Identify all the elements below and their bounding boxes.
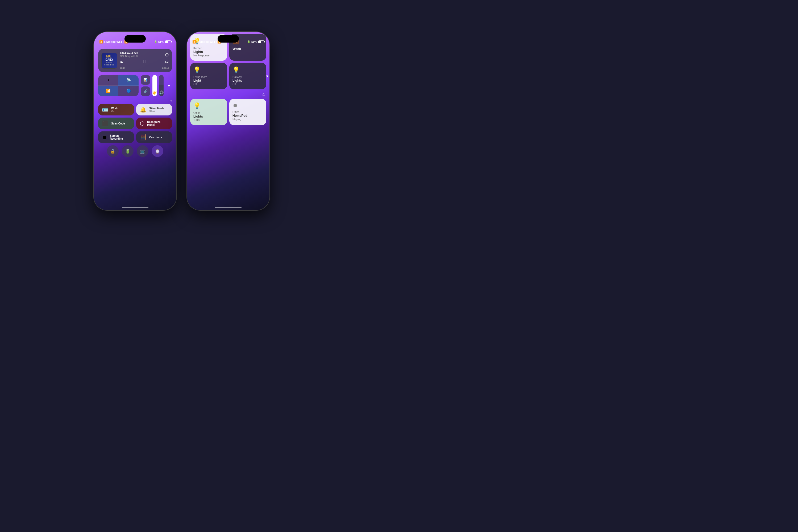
now-playing-card[interactable]: NFL: DAILY GREGG ROSENTHAL 2024 Week 5 P… (98, 49, 172, 72)
np-artist: NFL Daily with G (120, 55, 165, 57)
network-grid: ✈ 📡 📶 🔵 (98, 75, 138, 96)
signal-carrier-1: 📶 T-Mobile Wi-Fi 📶 (99, 40, 128, 44)
lock-rotation-button[interactable]: 🔒 (107, 145, 119, 157)
office-lights-tile[interactable]: 💡 Office Lights 100% (190, 99, 227, 125)
silent-mode-icon: 🔔 (140, 107, 147, 113)
play-pause-button[interactable]: ⏸ (142, 59, 147, 65)
charge-icon-2: 🔋 (247, 40, 250, 43)
carrier-text-1: T-Mobile Wi-Fi (104, 40, 124, 43)
screen-recording-button[interactable]: ⏺ Screen Recording (98, 131, 134, 143)
battery-area-1: 🔋 51% (154, 40, 171, 43)
np-title: 2024 Week 5 P (120, 52, 165, 55)
dynamic-island-1 (125, 35, 146, 42)
np-controls: ⏮ ⏸ ⏭ (120, 59, 169, 65)
calculator-label: Calculator (149, 136, 162, 139)
volume-icon: 🔊 (159, 91, 164, 95)
home-app-icon[interactable]: ⌂ (169, 98, 172, 103)
carrier-text-2: T-Mobile Wi-Fi (197, 40, 216, 43)
hallway-lights-status: Off (232, 83, 263, 86)
heart-icon: ♥ (168, 83, 170, 88)
phone-2-screen: 📶 T-Mobile Wi-Fi 📶 🔋 51% (187, 32, 269, 210)
hotspot-button[interactable]: 📡 (118, 75, 138, 86)
wifi-toggle-icon: 📶 (106, 89, 110, 93)
skip-back-button[interactable]: ⏮ (120, 60, 124, 64)
work-icon: 🪪 (102, 107, 109, 113)
scan-icon: ⬛ (102, 120, 109, 127)
shazam-icon: ⬡ (140, 120, 145, 127)
sliders-row: ☀️ 🔊 (152, 75, 164, 96)
hk-home-icon[interactable]: ⌂ (262, 92, 265, 97)
current-time: 33:17 (120, 67, 125, 69)
action-row-2: ⬛ Scan Code ⬡ Recognize Music (98, 118, 172, 129)
battery-icon: 🔋 (125, 149, 130, 154)
office-room-label-homepod: Office (232, 111, 263, 114)
screen-rec-label: Screen Recording (110, 134, 130, 140)
battery-bar-1 (165, 40, 171, 43)
airplane-icon: ✈ (107, 78, 110, 82)
bluetooth-button[interactable]: 🔵 (118, 86, 138, 96)
volume-slider[interactable]: 🔊 (159, 75, 164, 96)
focus-icon: 📊 (144, 78, 147, 82)
phone-1: 📶 T-Mobile Wi-Fi 📶 🔋 51% NFL: DAILY (94, 32, 176, 210)
living-room-tile[interactable]: 💡 Living room Light Off (190, 63, 227, 89)
airplane-mode-button[interactable]: ✈ (98, 75, 118, 86)
kitchen-lights-name: Lights (193, 50, 224, 54)
focus-button[interactable]: 📊 (141, 75, 150, 85)
watch-icon: ⌚ (155, 149, 160, 154)
office-lights-name: Lights (193, 115, 224, 118)
scan-label: Scan Code (111, 122, 125, 125)
recognize-music-button[interactable]: ⬡ Recognize Music (136, 118, 172, 129)
silent-mode-button[interactable]: 🔔 Silent Mode Silent (136, 104, 172, 115)
remote-icon: 📺 (140, 149, 145, 154)
office-room-label-lights: Office (193, 111, 224, 114)
mute-button[interactable]: 🔗 (141, 87, 150, 96)
remote-button[interactable]: 📺 (137, 145, 148, 157)
calculator-text: Calculator (149, 136, 162, 139)
homepod-icon: ⏺ (232, 102, 263, 109)
calculator-icon: 🧮 (140, 134, 147, 140)
np-times: 33:17 -1:20:19 (120, 67, 169, 69)
office-homepod-tile[interactable]: ⏺ Office HomePod Playing (229, 99, 266, 125)
hk-favorite-button[interactable]: ♥ (266, 74, 268, 78)
battery-bar-2 (258, 40, 264, 43)
hallway-lights-tile[interactable]: 💡 Hallway Lights Off (229, 63, 266, 89)
signal-bars-1: 📶 (99, 40, 103, 44)
skip-forward-button[interactable]: ⏭ (165, 60, 169, 64)
airplay-button[interactable]: ⊙ (165, 52, 169, 58)
home-row-1: ⌂ (98, 98, 172, 103)
watch-button[interactable]: ⌚ (152, 145, 163, 157)
phone-1-content: NFL: DAILY GREGG ROSENTHAL 2024 Week 5 P… (94, 46, 176, 210)
action-row-3: ⏺ Screen Recording 🧮 Calculator (98, 131, 172, 143)
silent-label: Silent Mode (149, 107, 164, 110)
signal-carrier-2: 📶 T-Mobile Wi-Fi 📶 (192, 40, 221, 44)
favorite-button[interactable]: ♥ (166, 75, 172, 96)
calculator-button[interactable]: 🧮 Calculator (136, 131, 172, 143)
progress-bar[interactable] (120, 66, 169, 66)
hk-row-3: 💡 Office Lights 100% ⏺ Office HomePod Pl… (190, 99, 266, 125)
battery-text-2: 51% (251, 40, 257, 43)
bottom-icons-row: 🔒 🔋 📺 ⌚ (98, 145, 172, 157)
charge-icon-1: 🔋 (154, 40, 157, 43)
hk-row-2: 💡 Living room Light Off 💡 Hallway Lights… (190, 63, 266, 89)
office-light-icon: 💡 (193, 102, 224, 109)
battery-text-1: 51% (158, 40, 164, 43)
low-power-button[interactable]: 🔋 (122, 145, 134, 157)
wifi-button[interactable]: 📶 (98, 86, 118, 96)
hallway-room-label: Hallway (232, 76, 263, 78)
scan-text: Scan Code (111, 122, 125, 125)
mute-icon: 🔗 (144, 89, 148, 93)
brightness-icon: ☀️ (152, 91, 157, 95)
office-homepod-status: Playing (232, 118, 263, 121)
screen-rec-icon: ⏺ (102, 134, 107, 140)
screen-rec-text: Screen Recording (110, 134, 130, 140)
phone-1-screen: 📶 T-Mobile Wi-Fi 📶 🔋 51% NFL: DAILY (94, 32, 176, 210)
work-text: Work On (111, 107, 118, 113)
hallway-light-icon: 💡 (232, 66, 263, 73)
album-subtext: GREGG ROSENTHAL (103, 62, 116, 66)
kitchen-lights-status: No Response (193, 54, 224, 57)
lock-rotation-icon: 🔒 (110, 149, 115, 154)
work-button[interactable]: 🪪 Work On (98, 104, 134, 115)
scan-code-button[interactable]: ⬛ Scan Code (98, 118, 134, 129)
living-room-label: Living room (193, 76, 224, 78)
brightness-slider[interactable]: ☀️ (152, 75, 157, 96)
